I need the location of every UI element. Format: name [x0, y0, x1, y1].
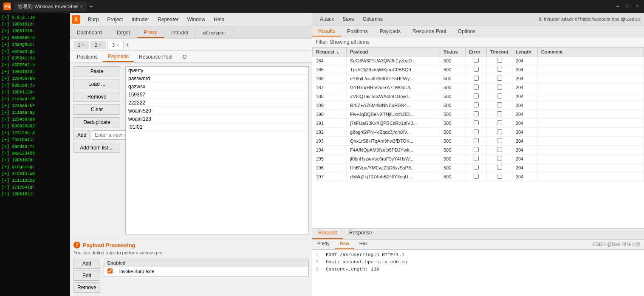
close-attack-tab-3[interactable]: × — [116, 43, 119, 48]
subtab-positions[interactable]: Positions — [72, 52, 103, 62]
attack-menu-item[interactable]: Attack — [316, 14, 338, 24]
result-tab-options[interactable]: Options — [452, 27, 481, 36]
bottom-subtab-pretty[interactable]: Pretty — [312, 240, 335, 249]
error-checkbox[interactable] — [474, 102, 479, 107]
filter-bar[interactable]: Filter: Showing all items — [312, 37, 644, 47]
timeout-checkbox[interactable] — [497, 58, 502, 63]
timeout-checkbox[interactable] — [497, 174, 502, 179]
list-item[interactable]: qwerty — [126, 67, 308, 75]
error-checkbox[interactable] — [474, 120, 479, 125]
timeout-checkbox[interactable] — [497, 138, 502, 143]
bottom-tab-response[interactable]: Response — [343, 228, 378, 239]
table-row[interactable]: 192 g8oghSiPN+VZqqz3j/o/sXV... 500 204 — [313, 128, 644, 137]
timeout-checkbox[interactable] — [497, 165, 502, 170]
error-checkbox[interactable] — [474, 165, 479, 170]
th-payload[interactable]: Payload — [347, 48, 440, 56]
error-checkbox[interactable] — [474, 76, 479, 81]
subtab-payloads[interactable]: Payloads — [103, 52, 134, 62]
new-tab-button[interactable]: + — [89, 3, 93, 10]
error-checkbox[interactable] — [474, 111, 479, 116]
table-row[interactable]: 197 dbMq0+j7074nbB2HfY3eqU... 500 204 — [313, 172, 644, 181]
timeout-checkbox[interactable] — [497, 102, 502, 107]
new-attack-tab-button[interactable]: + — [125, 41, 129, 49]
result-tab-payloads[interactable]: Payloads — [374, 27, 407, 36]
table-row[interactable]: 194 F4AfNQpAM9fsolb6PDJYwk... 500 204 — [313, 146, 644, 155]
deduplicate-button[interactable]: Deduplicate — [73, 117, 120, 127]
clear-button[interactable]: Clear — [73, 104, 120, 115]
tab-powershell[interactable]: 管理员: Windows PowerShell × — [14, 2, 87, 11]
th-status[interactable]: Status — [440, 48, 466, 56]
table-row[interactable]: 188 ZV8lQTai/i53cWAIdoOGoyd... 500 204 — [313, 92, 644, 101]
timeout-checkbox[interactable] — [497, 147, 502, 152]
subtab-resource-pool[interactable]: Resource Pool — [134, 52, 178, 62]
table-row[interactable]: 189 Rr8Z+AZ6MhidNNBuRBN4... 500 204 — [313, 101, 644, 110]
list-item[interactable]: password — [126, 75, 308, 83]
timeout-checkbox[interactable] — [497, 120, 502, 125]
error-checkbox[interactable] — [474, 147, 479, 152]
columns-menu-item[interactable]: Columns — [359, 14, 387, 24]
timeout-checkbox[interactable] — [497, 129, 502, 134]
result-tab-resource-pool[interactable]: Resource Pool — [407, 27, 452, 36]
processing-edit-button[interactable]: Edit — [73, 271, 100, 281]
list-item[interactable]: f01f01 — [126, 123, 308, 131]
error-checkbox[interactable] — [474, 138, 479, 143]
tab-plugin[interactable]: jsEncrypter — [196, 28, 233, 37]
error-checkbox[interactable] — [474, 58, 479, 63]
maximize-button[interactable]: □ — [624, 3, 631, 9]
th-comment[interactable]: Comment — [538, 48, 644, 56]
attack-tab-2[interactable]: 2 × — [90, 41, 106, 49]
tab-proxy[interactable]: Proxy — [137, 28, 164, 38]
th-request[interactable]: Request ▲ — [313, 48, 347, 56]
result-tab-results[interactable]: Results — [312, 26, 341, 37]
menu-repeater[interactable]: Repeater — [153, 15, 183, 24]
table-row[interactable]: 190 Flv+JqBQBeNXTNjiUxxfLBD... 500 204 — [313, 110, 644, 119]
error-checkbox[interactable] — [474, 93, 479, 99]
table-row[interactable]: 191 j7sFUaG3KxXQPBCsRv1dIVJ... 500 204 — [313, 119, 644, 128]
error-checkbox[interactable] — [474, 174, 479, 179]
list-item[interactable]: 159357 — [126, 91, 308, 99]
list-item[interactable]: qazwsx — [126, 83, 308, 91]
bottom-subtab-hex[interactable]: Hex — [354, 240, 373, 249]
menu-burp[interactable]: Burp — [84, 15, 103, 24]
close-attack-tab-2[interactable]: × — [99, 42, 102, 47]
tab-intruder[interactable]: Intruder — [164, 28, 196, 37]
list-item[interactable]: 222222 — [126, 99, 308, 107]
timeout-checkbox[interactable] — [497, 111, 502, 116]
timeout-checkbox[interactable] — [497, 93, 502, 99]
menu-window[interactable]: Window — [183, 15, 209, 24]
list-item[interactable]: woaini123 — [126, 115, 308, 123]
add-button[interactable]: Add — [73, 130, 90, 140]
table-row[interactable]: 185 TpUc2ljZ/bdejWKjnuC0BSQ9... 500 204 — [313, 65, 644, 74]
result-tab-positions[interactable]: Positions — [341, 27, 374, 36]
processing-remove-button[interactable]: Remove — [73, 282, 100, 293]
bottom-subtab-raw[interactable]: Raw — [335, 240, 354, 249]
close-attack-tab-1[interactable]: × — [82, 42, 85, 47]
attack-tab-3[interactable]: 3 × — [107, 41, 124, 49]
table-row[interactable]: 195 jl0bnHyzwVse6roF9yY4HsW... 500 204 — [313, 155, 644, 164]
error-checkbox[interactable] — [474, 129, 479, 134]
minimize-button[interactable]: – — [615, 3, 621, 9]
table-row[interactable]: 193 Qhx1rS8HTqAm9hw3fD7OK... 500 204 — [313, 137, 644, 146]
table-row[interactable]: 196 HhBVpa/YMEvzZfjO6svSsP3... 500 204 — [313, 164, 644, 172]
table-row[interactable]: 184 SeG6W3fPjUA3QNJhEyzbaD... 500 204 — [313, 56, 644, 65]
timeout-checkbox[interactable] — [497, 156, 502, 161]
bottom-tab-request[interactable]: Request — [312, 228, 343, 239]
save-menu-item[interactable]: Save — [338, 14, 358, 24]
error-checkbox[interactable] — [474, 156, 479, 161]
attack-tab-1[interactable]: 1 × — [73, 41, 89, 49]
error-checkbox[interactable] — [474, 67, 479, 72]
load-button[interactable]: Load ... — [73, 79, 120, 89]
close-button[interactable]: × — [634, 3, 641, 9]
timeout-checkbox[interactable] — [497, 85, 502, 90]
timeout-checkbox[interactable] — [497, 67, 502, 72]
processing-enabled-checkbox[interactable] — [107, 268, 113, 273]
subtab-options[interactable]: O — [178, 52, 192, 62]
remove-button[interactable]: Remove — [73, 92, 120, 102]
th-timeout[interactable]: Timeout — [487, 48, 512, 56]
th-length[interactable]: Length — [512, 48, 538, 56]
close-tab-icon[interactable]: × — [80, 4, 82, 9]
tab-target[interactable]: Target — [109, 28, 137, 37]
menu-project[interactable]: Project — [103, 15, 127, 24]
menu-intruder[interactable]: Intruder — [127, 15, 153, 24]
menu-help[interactable]: Help — [209, 15, 229, 24]
